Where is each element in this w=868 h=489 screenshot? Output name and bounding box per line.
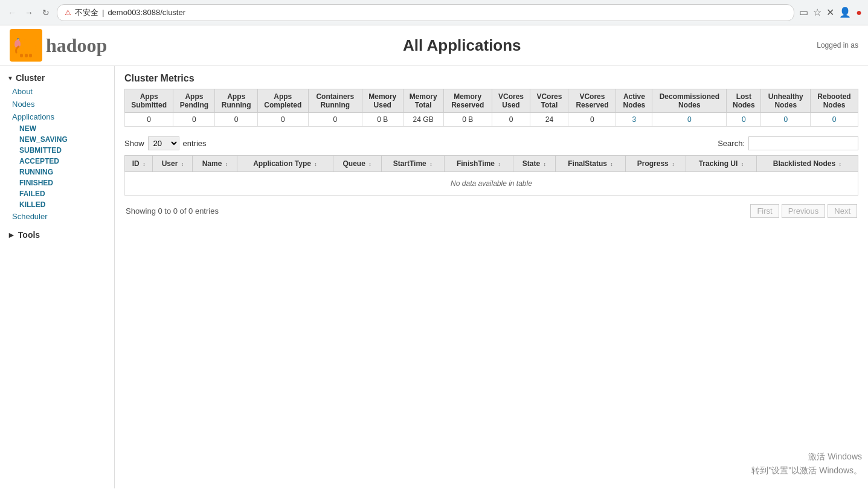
state-sort-icon: ↕ xyxy=(544,161,547,167)
metric-header-vcores-used: VCores Used xyxy=(492,89,530,113)
first-button[interactable]: First xyxy=(750,204,779,218)
cluster-metrics-title: Cluster Metrics xyxy=(124,73,858,84)
search-box: Search: xyxy=(718,136,858,150)
metric-unhealthy-nodes[interactable]: 0 xyxy=(761,113,811,127)
profile-icon[interactable]: 👤 xyxy=(839,7,851,18)
metric-apps-completed: 0 xyxy=(257,113,308,127)
sidebar-new-link[interactable]: NEW xyxy=(0,123,114,134)
extensions-icon[interactable]: ✕ xyxy=(826,7,834,18)
svg-rect-7 xyxy=(29,54,32,57)
metric-header-rebooted-nodes: Rebooted Nodes xyxy=(810,89,858,113)
tools-arrow-icon: ► xyxy=(7,230,16,240)
hadoop-logo: hadoop xyxy=(10,29,107,62)
metric-header-memory-reserved: Memory Reserved xyxy=(443,89,492,113)
metric-decommissioned-nodes[interactable]: 0 xyxy=(652,113,727,127)
page-title: All Applications xyxy=(107,36,817,55)
col-tracking-ui[interactable]: Tracking UI ↕ xyxy=(686,156,757,172)
svg-point-9 xyxy=(18,39,18,39)
tracking-sort-icon: ↕ xyxy=(741,161,744,167)
sidebar-killed-link[interactable]: KILLED xyxy=(0,199,114,210)
sidebar-finished-link[interactable]: FINISHED xyxy=(0,177,114,188)
showing-text: Showing 0 to 0 of 0 entries xyxy=(126,206,219,216)
metric-header-vcores-reserved: VCores Reserved xyxy=(568,89,616,113)
col-finish-time[interactable]: FinishTime ↕ xyxy=(444,156,513,172)
search-label: Search: xyxy=(718,139,745,148)
sidebar-running-link[interactable]: RUNNING xyxy=(0,167,114,177)
metric-header-vcores-total: VCores Total xyxy=(530,89,568,113)
windows-activate-line1: 激活 Windows xyxy=(751,450,862,463)
sidebar-failed-link[interactable]: FAILED xyxy=(0,188,114,199)
metric-rebooted-nodes[interactable]: 0 xyxy=(810,113,858,127)
col-user[interactable]: User ↕ xyxy=(153,156,193,172)
col-queue[interactable]: Queue ↕ xyxy=(333,156,381,172)
pagination-buttons: First Previous Next xyxy=(750,204,857,218)
sidebar-submitted-link[interactable]: SUBMITTED xyxy=(0,145,114,156)
sidebar-accepted-link[interactable]: ACCEPTED xyxy=(0,156,114,167)
finish-sort-icon: ↕ xyxy=(498,161,501,167)
no-data-message: No data available in table xyxy=(125,172,858,196)
cluster-label: Cluster xyxy=(16,73,45,83)
search-input[interactable] xyxy=(748,136,858,150)
update-icon[interactable]: ● xyxy=(856,7,862,18)
lost-nodes-link[interactable]: 0 xyxy=(742,115,746,124)
unhealthy-nodes-link[interactable]: 0 xyxy=(783,115,788,124)
table-controls: Show 10 20 25 50 100 entries Search: xyxy=(124,136,858,150)
sidebar-new-saving-link[interactable]: NEW_SAVING xyxy=(0,134,114,145)
pagination: Showing 0 to 0 of 0 entries First Previo… xyxy=(124,200,858,222)
hadoop-text: hadoop xyxy=(46,34,107,57)
forward-button[interactable]: → xyxy=(23,7,35,19)
svg-rect-6 xyxy=(25,54,28,57)
sidebar-about-link[interactable]: About xyxy=(0,85,114,98)
sidebar-scheduler-link[interactable]: Scheduler xyxy=(0,210,114,223)
metric-header-lost-nodes: Lost Nodes xyxy=(727,89,761,113)
metric-memory-used: 0 B xyxy=(362,113,403,127)
svg-rect-5 xyxy=(20,54,23,57)
logged-in-text: Logged in as xyxy=(817,41,858,50)
show-entries: Show 10 20 25 50 100 entries xyxy=(124,136,207,150)
metric-header-containers-running: Containers Running xyxy=(308,89,362,113)
cluster-header[interactable]: ▼ Cluster xyxy=(0,71,114,85)
metric-apps-submitted: 0 xyxy=(125,113,173,127)
col-state[interactable]: State ↕ xyxy=(513,156,556,172)
sidebar-nodes-link[interactable]: Nodes xyxy=(0,98,114,110)
metric-header-memory-used: Memory Used xyxy=(362,89,403,113)
metric-apps-pending: 0 xyxy=(173,113,215,127)
cluster-section: ▼ Cluster About Nodes Applications NEW N… xyxy=(0,71,114,223)
previous-button[interactable]: Previous xyxy=(782,204,826,218)
url-separator: | xyxy=(102,8,104,17)
metric-lost-nodes[interactable]: 0 xyxy=(727,113,761,127)
translate-icon[interactable]: ▭ xyxy=(799,7,808,18)
sidebar: ▼ Cluster About Nodes Applications NEW N… xyxy=(0,66,115,488)
metric-vcores-used: 0 xyxy=(492,113,530,127)
tools-header[interactable]: ► Tools xyxy=(0,228,114,242)
metric-memory-reserved: 0 B xyxy=(443,113,492,127)
address-bar[interactable]: ⚠ 不安全 | demo003:8088/cluster xyxy=(57,4,794,21)
tools-label: Tools xyxy=(18,230,40,240)
security-label: 不安全 xyxy=(75,7,98,18)
bookmark-icon[interactable]: ☆ xyxy=(813,7,821,18)
col-application-type[interactable]: Application Type ↕ xyxy=(237,156,333,172)
entries-select[interactable]: 10 20 25 50 100 xyxy=(148,136,179,150)
col-final-status[interactable]: FinalStatus ↕ xyxy=(555,156,626,172)
queue-sort-icon: ↕ xyxy=(368,161,371,167)
metric-containers-running: 0 xyxy=(308,113,362,127)
metric-active-nodes[interactable]: 3 xyxy=(616,113,652,127)
next-button[interactable]: Next xyxy=(828,204,857,218)
col-progress[interactable]: Progress ↕ xyxy=(626,156,686,172)
main-layout: ▼ Cluster About Nodes Applications NEW N… xyxy=(0,66,868,488)
metric-memory-total: 24 GB xyxy=(403,113,443,127)
col-blacklisted-nodes[interactable]: Blacklisted Nodes ↕ xyxy=(756,156,858,172)
rebooted-nodes-link[interactable]: 0 xyxy=(832,115,837,124)
decommissioned-nodes-link[interactable]: 0 xyxy=(687,115,692,124)
sidebar-applications-link[interactable]: Applications xyxy=(0,110,114,123)
col-start-time[interactable]: StartTime ↕ xyxy=(381,156,444,172)
windows-activate-line2: 转到"设置"以激活 Windows。 xyxy=(751,464,862,477)
blacklisted-sort-icon: ↕ xyxy=(838,161,841,167)
col-name[interactable]: Name ↕ xyxy=(193,156,237,172)
metric-header-decommissioned-nodes: Decommissioned Nodes xyxy=(652,89,727,113)
col-id[interactable]: ID ↕ xyxy=(125,156,153,172)
reload-button[interactable]: ↻ xyxy=(40,7,52,19)
active-nodes-link[interactable]: 3 xyxy=(632,115,637,124)
back-button[interactable]: ← xyxy=(6,7,18,19)
metric-header-active-nodes: Active Nodes xyxy=(616,89,652,113)
